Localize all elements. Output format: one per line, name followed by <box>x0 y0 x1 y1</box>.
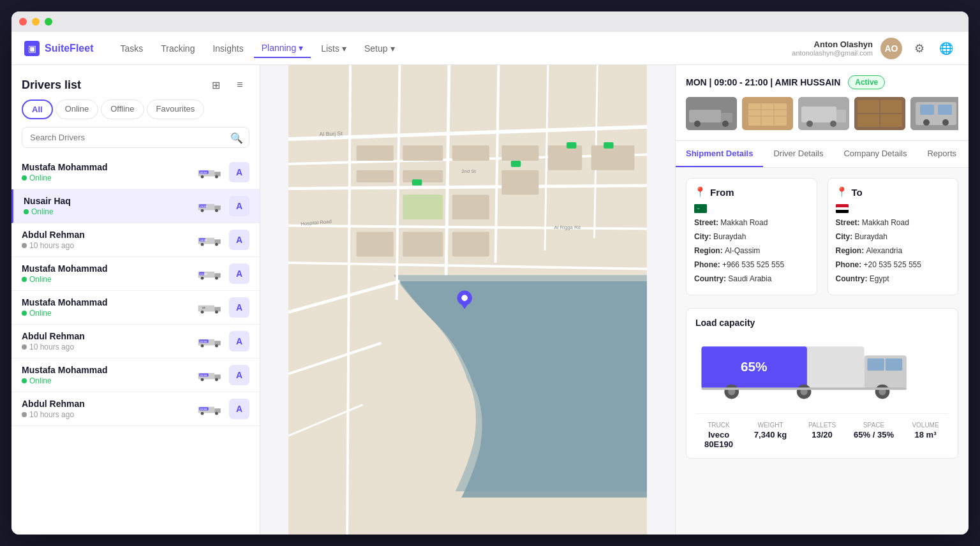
header-icons: ⊞ ≡ <box>206 75 249 94</box>
nav-planning[interactable]: Planning ▾ <box>254 39 311 58</box>
stat-weight-value: 7,340 kg <box>747 430 794 439</box>
svg-rect-36 <box>214 374 221 379</box>
truck-icon: 225/300 <box>197 334 223 349</box>
driver-item[interactable]: Mustafa Mohammad Online <box>11 156 260 189</box>
driver-item[interactable]: Abdul Rehman 10 hours ago <box>11 392 260 426</box>
tab-shipment-details[interactable]: Shipment Details <box>676 141 763 167</box>
nav-tracking[interactable]: Tracking <box>153 40 202 57</box>
list-view-icon[interactable]: ≡ <box>230 75 249 94</box>
truck-badge: 176/300 <box>197 198 223 214</box>
truck-badge: 225/300 <box>197 165 223 180</box>
settings-icon[interactable]: ⚙ <box>910 39 929 58</box>
truck-badge: 124/300 <box>197 232 223 247</box>
stat-space: Space 65% / 35% <box>850 422 897 449</box>
svg-text:111/300: 111/300 <box>200 273 207 276</box>
driver-item[interactable]: Abdul Rehman 10 hours ago <box>11 223 260 257</box>
svg-point-27 <box>215 311 218 314</box>
nav-right: Anton Olashyn antonolashyn@gmail.com AO … <box>792 38 956 59</box>
svg-point-112 <box>923 119 930 126</box>
driver-name: Mustafa Mohammad <box>22 263 191 274</box>
driver-item[interactable]: Mustafa Mohammad Online 0/0 <box>11 291 260 325</box>
vehicle-image-2[interactable] <box>742 97 793 130</box>
stat-truck-label: Truck <box>695 422 742 429</box>
driver-item[interactable]: Abdul Rehman 10 hours ago <box>11 325 260 358</box>
svg-rect-117 <box>836 207 849 210</box>
filter-favourites[interactable]: Favourites <box>147 100 205 119</box>
vehicle-image-4[interactable] <box>854 97 905 130</box>
svg-point-32 <box>215 344 218 348</box>
stat-weight-label: Weight <box>747 422 794 429</box>
truck-icon: 225/300 <box>197 367 223 383</box>
filter-online[interactable]: Online <box>56 100 99 119</box>
driver-info: Abdul Rehman 10 hours ago <box>22 230 191 250</box>
grid-view-icon[interactable]: ⊞ <box>206 75 225 94</box>
driver-name: Abdul Rehman <box>22 331 191 341</box>
vehicle-image-5[interactable] <box>910 97 958 130</box>
svg-rect-85 <box>511 161 521 167</box>
to-country: Country: Egypt <box>836 273 951 284</box>
svg-rect-84 <box>412 179 422 186</box>
location-pin-to-icon: 📍 <box>836 186 848 198</box>
tab-reports[interactable]: Reports <box>917 141 967 167</box>
status-text: 10 hours ago <box>29 343 74 351</box>
driver-info: Mustafa Mohammad Online <box>22 162 191 182</box>
map-area[interactable]: Al Burj St 2nd St Al Rigga Rd Hospital R… <box>260 65 675 535</box>
driver-name: Abdul Rehman <box>22 399 191 409</box>
from-title: 📍 From <box>694 186 809 198</box>
vehicle-image-1[interactable] <box>686 97 737 130</box>
truck-badge: 225/300 <box>197 334 223 349</box>
to-street: Street: Makkah Road <box>836 217 951 228</box>
filter-offline[interactable]: Offline <box>101 100 144 119</box>
close-btn[interactable] <box>19 18 27 26</box>
driver-status: Online <box>22 376 191 385</box>
nav-insights[interactable]: Insights <box>205 40 251 57</box>
svg-point-2 <box>201 175 204 179</box>
from-country: Country: Saudi Arabia <box>694 273 809 284</box>
search-input[interactable] <box>22 127 249 148</box>
user-name: Anton Olashyn <box>792 40 873 49</box>
driver-status: 10 hours ago <box>22 410 191 419</box>
tab-driver-details[interactable]: Driver Details <box>763 141 833 167</box>
stat-space-label: Space <box>850 422 897 429</box>
driver-item[interactable]: Nusair Haq Online 176 <box>11 189 260 223</box>
driver-name: Mustafa Mohammad <box>22 365 191 375</box>
svg-rect-111 <box>938 105 952 115</box>
truck-icon: 225/300 <box>197 401 223 417</box>
svg-rect-25 <box>214 307 221 311</box>
truck-side-icon <box>798 97 849 130</box>
driver-avatar: A <box>229 331 249 351</box>
driver-list: Mustafa Mohammad Online <box>11 156 260 535</box>
stat-truck-value: Iveco 80E190 <box>695 430 742 449</box>
svg-rect-68 <box>452 195 489 219</box>
driver-item[interactable]: Mustafa Mohammad Online <box>11 257 260 291</box>
filter-all[interactable]: All <box>22 100 53 119</box>
svg-rect-65 <box>501 145 538 161</box>
tab-company-details[interactable]: Company Details <box>833 141 917 167</box>
truck-image-icon <box>686 97 737 130</box>
svg-point-3 <box>215 175 218 179</box>
svg-text:Al Rigga Rd: Al Rigga Rd <box>554 225 581 230</box>
nav-setup[interactable]: Setup ▾ <box>357 40 403 57</box>
driver-item[interactable]: Mustafa Mohammad Online <box>11 358 260 392</box>
filter-tabs: All Online Offline Favourites <box>11 100 260 127</box>
maximize-btn[interactable] <box>45 18 52 26</box>
driver-status: 10 hours ago <box>22 241 191 250</box>
svg-rect-62 <box>357 145 394 161</box>
truck-capacity-svg: 65% <box>695 336 949 406</box>
svg-rect-24 <box>198 306 215 312</box>
svg-rect-75 <box>591 145 635 170</box>
nav-lists[interactable]: Lists ▾ <box>313 40 354 57</box>
svg-point-26 <box>201 311 204 314</box>
logo[interactable]: ▣ SuiteFleet <box>24 41 93 56</box>
vehicle-image-3[interactable] <box>798 97 849 130</box>
status-text: Online <box>29 376 52 385</box>
svg-point-8 <box>201 209 204 212</box>
truck-capacity-visual: 65% <box>695 336 949 406</box>
nav-tasks[interactable]: Tasks <box>112 40 151 57</box>
globe-icon[interactable]: 🌐 <box>937 39 956 58</box>
svg-rect-123 <box>867 358 884 371</box>
minimize-btn[interactable] <box>32 18 40 26</box>
svg-rect-1 <box>214 172 221 176</box>
avatar[interactable]: AO <box>880 38 902 59</box>
driver-avatar: A <box>229 399 249 419</box>
